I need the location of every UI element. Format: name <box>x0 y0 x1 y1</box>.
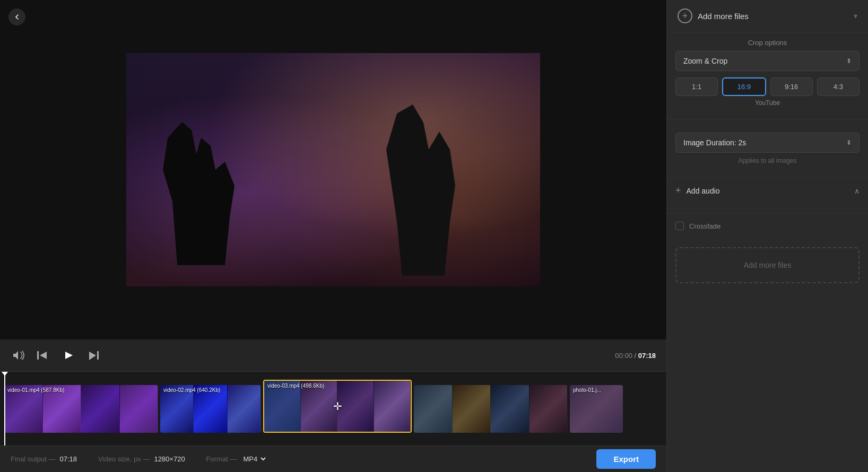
clip-3-thumb-4 <box>374 381 411 432</box>
clip-4-inner <box>414 385 568 433</box>
clip-3-wrapper: video-03.mp4 (498.6Kb) ✛ <box>263 382 412 435</box>
plus-icon: + <box>675 185 681 196</box>
image-duration-dropdown[interactable]: Image Duration: 2s ⬍ <box>675 133 860 153</box>
drag-indicator: ✛ <box>331 400 344 413</box>
timeline-cursor <box>4 372 5 445</box>
crop-options-title: Crop options <box>675 32 860 51</box>
video-frame <box>126 53 540 286</box>
video-frame-inner <box>126 53 540 286</box>
ratio-4-3-button[interactable]: 4:3 <box>817 77 860 96</box>
svg-rect-1 <box>97 351 99 360</box>
playback-controls: 00:00 / 07:18 <box>0 339 666 371</box>
final-output-label: Final output — <box>11 455 56 463</box>
clip-4-thumb-1 <box>414 385 453 433</box>
time-current: 00:00 <box>615 352 632 360</box>
skip-forward-button[interactable] <box>86 348 101 362</box>
drag-cross-icon: ✛ <box>333 400 342 413</box>
clip-1-thumb-4 <box>120 385 159 433</box>
format-select[interactable]: MP4 MOV AVI <box>241 454 267 464</box>
format-label: Format — <box>206 455 237 463</box>
crossfade-label: Crossfade <box>689 222 721 230</box>
add-more-files-zone-label: Add more files <box>744 261 791 269</box>
video-size-label: Video size, px — <box>98 455 150 463</box>
bottom-bar: Final output — 07:18 Video size, px — 12… <box>0 445 666 472</box>
crop-dropdown-value: Zoom & Crop <box>683 57 727 65</box>
clip-2-label: video-02.mp4 (640.2Kb) <box>163 387 220 393</box>
volume-button[interactable] <box>11 348 27 362</box>
section-divider-1 <box>667 119 868 120</box>
crossfade-section: Crossfade <box>667 213 868 239</box>
timeline-clip-3[interactable]: video-03.mp4 (498.6Kb) ✛ <box>263 380 412 433</box>
video-preview <box>0 0 666 339</box>
svg-rect-0 <box>37 351 39 360</box>
time-display: 00:00 / 07:18 <box>615 352 656 360</box>
export-button[interactable]: Export <box>596 449 656 469</box>
timeline[interactable]: video-01.mp4 (587.8Kb) video-02.mp4 (640… <box>0 371 666 445</box>
timeline-clip-2[interactable]: video-02.mp4 (640.2Kb) <box>160 385 261 433</box>
crop-options-section: Crop options Zoom & Crop ⬍ 1:1 16:9 9:16… <box>667 32 868 115</box>
format-item: Format — MP4 MOV AVI <box>206 454 268 464</box>
clip-5-label: photo-01.j... <box>573 387 601 393</box>
image-duration-value: Image Duration: 2s <box>683 138 746 147</box>
time-total: 07:18 <box>638 352 656 360</box>
ratio-1-1-button[interactable]: 1:1 <box>675 77 718 96</box>
right-panel: + Add more files ▾ Crop options Zoom & C… <box>666 0 868 472</box>
crop-dropdown[interactable]: Zoom & Crop ⬍ <box>675 51 860 71</box>
back-button[interactable] <box>8 8 25 25</box>
video-size-value: 1280×720 <box>154 455 185 463</box>
audio-section: + Add audio ∧ <box>667 177 868 204</box>
clip-2-thumb-3 <box>228 385 261 433</box>
timeline-clip-5[interactable]: photo-01.j... <box>570 385 623 433</box>
video-size-item: Video size, px — 1280×720 <box>98 455 185 463</box>
clip-4-thumb-4 <box>530 385 568 433</box>
ratio-16-9-button[interactable]: 16:9 <box>722 77 766 96</box>
crossfade-checkbox[interactable] <box>675 222 684 230</box>
time-separator: / <box>635 352 638 360</box>
ratio-9-16-button[interactable]: 9:16 <box>770 77 813 96</box>
left-panel: 00:00 / 07:18 video-01.mp4 (587.8Kb) <box>0 0 666 472</box>
timeline-clip-1[interactable]: video-01.mp4 (587.8Kb) <box>4 385 158 433</box>
crop-dropdown-arrow-icon: ⬍ <box>846 57 852 65</box>
final-output-value: 07:18 <box>60 455 77 463</box>
skip-back-button[interactable] <box>35 348 50 362</box>
clip-3-label: video-03.mp4 (498.6Kb) <box>267 383 324 389</box>
duration-dropdown-arrow-icon: ⬍ <box>846 139 852 146</box>
clip-4-thumb-3 <box>491 385 530 433</box>
section-divider-2 <box>667 208 868 208</box>
aspect-ratio-row: 1:1 16:9 9:16 4:3 <box>675 77 860 96</box>
youtube-label: YouTube <box>675 99 860 107</box>
add-files-button[interactable]: + Add more files <box>678 8 749 23</box>
add-more-files-zone[interactable]: Add more files <box>675 247 860 283</box>
add-audio-label: Add audio <box>687 187 720 195</box>
applies-to-images-text: Applies to all images <box>675 157 860 173</box>
chevron-down-icon: ▾ <box>854 12 857 20</box>
clip-4-thumb-2 <box>453 385 491 433</box>
play-button[interactable] <box>58 346 77 365</box>
app-container: 00:00 / 07:18 video-01.mp4 (587.8Kb) <box>0 0 868 472</box>
panel-header: + Add more files ▾ <box>667 0 868 32</box>
timeline-clip-4[interactable] <box>414 385 568 433</box>
add-files-label: Add more files <box>698 12 749 21</box>
final-output-item: Final output — 07:18 <box>11 455 77 463</box>
clip-1-thumb-3 <box>81 385 120 433</box>
image-duration-section: Image Duration: 2s ⬍ Applies to all imag… <box>667 124 868 177</box>
add-audio-button[interactable]: + Add audio <box>675 185 720 196</box>
collapse-icon[interactable]: ∧ <box>854 187 860 195</box>
clip-1-label: video-01.mp4 (587.8Kb) <box>7 387 64 393</box>
add-files-icon: + <box>678 8 692 23</box>
